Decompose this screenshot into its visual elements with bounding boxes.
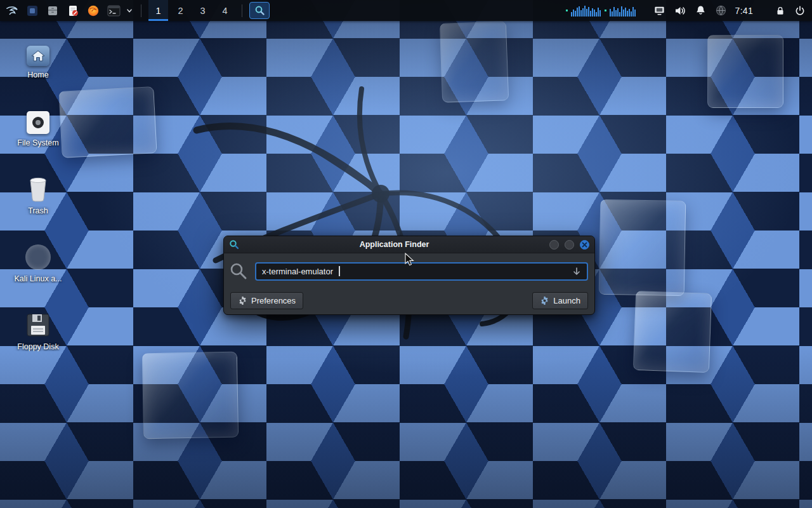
terminal-launcher[interactable]: [105, 2, 122, 20]
launch-button-label: Launch: [553, 296, 580, 305]
firefox-icon: [87, 4, 100, 17]
trash-icon: [25, 174, 51, 202]
kali-linux-icon: [25, 244, 51, 270]
bell-icon: [695, 4, 707, 17]
desktop-icon-home[interactable]: Home: [4, 37, 72, 79]
kali-menu-button[interactable]: [3, 2, 21, 20]
desktop-icon-floppy-disk[interactable]: Floppy Disk: [4, 309, 72, 351]
window-manager-icon: [26, 4, 39, 17]
file-system-icon: [27, 111, 49, 134]
floppy-disk-icon: [25, 312, 51, 338]
display-icon: [653, 4, 665, 17]
taskbar-application-finder[interactable]: [249, 2, 270, 19]
search-input[interactable]: x-terminal-emulator: [255, 262, 588, 281]
application-finder-taskbar-icon: [254, 5, 265, 16]
lock-icon: [775, 5, 786, 17]
logout-button[interactable]: [794, 2, 806, 20]
tray-status-item[interactable]: [715, 2, 727, 20]
cpu-graph-widget[interactable]: [564, 2, 645, 20]
clock[interactable]: 7:41: [735, 6, 753, 16]
preferences-button-label: Preferences: [251, 296, 296, 305]
firefox-launcher[interactable]: [84, 2, 102, 20]
dropdown-arrow-icon[interactable]: [572, 267, 581, 276]
desktop-icon-file-system[interactable]: File System: [4, 105, 72, 147]
lock-screen-button[interactable]: [775, 2, 786, 20]
close-icon: [582, 242, 587, 248]
launch-icon: [540, 296, 549, 305]
workspace-1[interactable]: 1: [148, 0, 168, 21]
window-title: Application Finder: [239, 240, 549, 249]
application-finder-icon: [229, 239, 239, 250]
tray-volume-item[interactable]: [674, 2, 686, 20]
file-manager-icon: [46, 4, 59, 17]
chevron-down-icon: [126, 8, 133, 14]
terminal-dropdown-button[interactable]: [125, 2, 134, 20]
desktop-icon-label: Home: [4, 70, 72, 79]
file-manager-launcher[interactable]: [44, 2, 62, 20]
desktop-icon-label: Floppy Disk: [4, 342, 72, 351]
desktop-icon-trash[interactable]: Trash: [4, 173, 72, 215]
power-icon: [794, 5, 806, 17]
launch-button[interactable]: Launch: [532, 292, 588, 309]
workspace-4[interactable]: 4: [215, 0, 235, 21]
window-manager-launcher[interactable]: [23, 2, 41, 20]
text-editor-icon: [67, 4, 79, 17]
globe-icon: [715, 4, 727, 17]
desktop-icon-label: Trash: [4, 206, 72, 215]
tray-notifications-item[interactable]: [695, 2, 707, 20]
preferences-button[interactable]: Preferences: [230, 292, 303, 309]
kali-logo-icon: [5, 4, 19, 18]
desktop-icon-kali-linux[interactable]: Kali Linux a...: [4, 241, 72, 283]
application-finder-window: Application Finder x-terminal-emulator: [223, 236, 595, 315]
desktop-icon-label: File System: [4, 138, 72, 147]
panel-separator: [141, 4, 141, 17]
panel-separator: [242, 4, 242, 17]
workspace-2[interactable]: 2: [171, 0, 190, 21]
close-button[interactable]: [580, 240, 589, 250]
gear-icon: [238, 296, 247, 305]
mouse-cursor: [403, 253, 416, 267]
desktop-icon-label: Kali Linux a...: [4, 274, 72, 283]
tray-display-item[interactable]: [653, 2, 665, 20]
top-panel: 1 2 3 4: [0, 0, 812, 21]
titlebar[interactable]: Application Finder: [224, 236, 594, 253]
text-editor-launcher[interactable]: [64, 2, 82, 20]
search-input-value: x-terminal-emulator: [262, 267, 333, 276]
terminal-icon: [107, 5, 121, 17]
workspace-3[interactable]: 3: [193, 0, 213, 21]
home-icon: [27, 46, 49, 66]
cpu-graph-icon: [564, 4, 645, 18]
volume-icon: [674, 4, 686, 17]
minimize-button[interactable]: [549, 240, 559, 250]
maximize-button[interactable]: [565, 240, 574, 250]
text-cursor: [339, 266, 340, 276]
search-icon: [229, 262, 248, 281]
